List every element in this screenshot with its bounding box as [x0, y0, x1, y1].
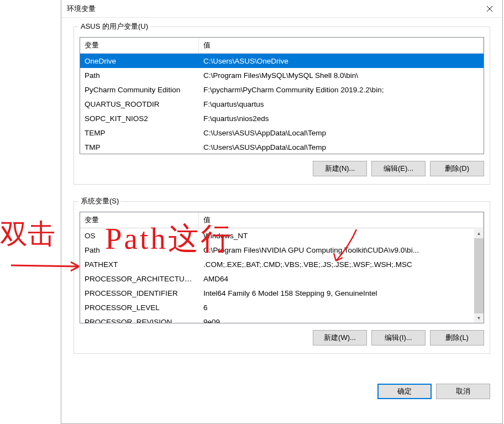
dialog-body: ASUS 的用户变量(U) 变量 值 OneDriveC:\Users\ASUS… — [61, 18, 502, 381]
system-vars-group: 系统变量(S) 变量 值 OSWindows_NTPathC:\Program … — [74, 201, 490, 354]
table-row[interactable]: PathC:\Program Files\NVIDIA GPU Computin… — [80, 243, 484, 257]
table-row[interactable]: PATHEXT.COM;.EXE;.BAT;.CMD;.VBS;.VBE;.JS… — [80, 257, 484, 271]
cancel-button[interactable]: 取消 — [436, 384, 490, 399]
cell-value: C:\Users\ASUS\AppData\Local\Temp — [199, 127, 484, 139]
table-row[interactable]: QUARTUS_ROOTDIRF:\quartus\quartus — [80, 97, 484, 111]
cell-value: F:\quartus\quartus — [199, 98, 484, 110]
system-vars-group-label: 系统变量(S) — [78, 196, 121, 206]
table-row[interactable]: PathC:\Program Files\MySQL\MySQL Shell 8… — [80, 68, 484, 82]
titlebar: 环境变量 — [61, 0, 502, 18]
cell-variable: OS — [80, 230, 199, 242]
table-row[interactable]: SOPC_KIT_NIOS2F:\quartus\nios2eds — [80, 111, 484, 125]
cell-variable: PyCharm Community Edition — [80, 84, 199, 96]
cell-value: 6 — [199, 302, 484, 313]
user-vars-table[interactable]: 变量 值 OneDriveC:\Users\ASUS\OneDrivePathC… — [80, 37, 484, 154]
cell-value: .COM;.EXE;.BAT;.CMD;.VBS;.VBE;.JS;.JSE;.… — [199, 259, 484, 270]
table-row[interactable]: PROCESSOR_IDENTIFIERIntel64 Family 6 Mod… — [80, 286, 484, 300]
env-vars-dialog: 环境变量 ASUS 的用户变量(U) 变量 值 OneDriveC:\Users… — [61, 0, 503, 424]
cell-value: F:\quartus\nios2eds — [199, 113, 484, 124]
cell-value: F:\pycharm\PyCharm Community Edition 201… — [199, 84, 484, 96]
user-vars-buttons: 新建(N)... 编辑(E)... 删除(D) — [80, 161, 484, 176]
cell-variable: OneDrive — [80, 55, 199, 67]
system-vars-header: 变量 值 — [80, 212, 484, 228]
table-row[interactable]: TMPC:\Users\ASUS\AppData\Local\Temp — [80, 140, 484, 154]
cell-variable: PROCESSOR_LEVEL — [80, 302, 199, 313]
table-row[interactable]: PROCESSOR_REVISION9e09 — [80, 315, 484, 323]
system-vars-table[interactable]: 变量 值 OSWindows_NTPathC:\Program Files\NV… — [80, 212, 484, 323]
user-vars-header: 变量 值 — [80, 38, 484, 54]
cell-value: C:\Users\ASUS\AppData\Local\Temp — [199, 142, 484, 153]
col-header-variable[interactable]: 变量 — [80, 212, 199, 228]
cell-variable: Path — [80, 244, 199, 256]
user-vars-rows: OneDriveC:\Users\ASUS\OneDrivePathC:\Pro… — [80, 54, 484, 154]
cell-value: AMD64 — [199, 273, 484, 285]
system-edit-button[interactable]: 编辑(I)... — [371, 330, 426, 346]
annotation-text-shuangji: 双击 — [0, 216, 55, 253]
table-row[interactable]: OneDriveC:\Users\ASUS\OneDrive — [80, 54, 484, 68]
ok-button[interactable]: 确定 — [377, 384, 432, 399]
scroll-thumb[interactable] — [474, 238, 484, 313]
close-icon — [487, 6, 492, 12]
cell-value: Intel64 Family 6 Model 158 Stepping 9, G… — [199, 287, 484, 299]
col-header-value[interactable]: 值 — [199, 38, 484, 53]
user-vars-group-label: ASUS 的用户变量(U) — [78, 22, 150, 32]
system-vars-rows: OSWindows_NTPathC:\Program Files\NVIDIA … — [80, 228, 484, 323]
system-delete-button[interactable]: 删除(L) — [430, 330, 484, 346]
cell-variable: TMP — [80, 142, 199, 153]
user-edit-button[interactable]: 编辑(E)... — [371, 161, 426, 176]
cell-value: Windows_NT — [199, 230, 484, 242]
system-scrollbar[interactable]: ▲ ▼ — [474, 229, 484, 323]
col-header-value[interactable]: 值 — [199, 212, 484, 228]
system-new-button[interactable]: 新建(W)... — [313, 330, 367, 346]
titlebar-title: 环境变量 — [67, 4, 96, 14]
table-row[interactable]: PROCESSOR_LEVEL6 — [80, 300, 484, 315]
cell-variable: TEMP — [80, 127, 199, 139]
cell-value: 9e09 — [199, 316, 484, 324]
user-new-button[interactable]: 新建(N)... — [313, 161, 367, 176]
cell-variable: SOPC_KIT_NIOS2 — [80, 113, 199, 124]
cell-variable: QUARTUS_ROOTDIR — [80, 98, 199, 110]
cell-value: C:\Program Files\MySQL\MySQL Shell 8.0\b… — [199, 70, 484, 81]
cell-value: C:\Users\ASUS\OneDrive — [199, 55, 484, 67]
table-row[interactable]: TEMPC:\Users\ASUS\AppData\Local\Temp — [80, 125, 484, 140]
cell-variable: PROCESSOR_IDENTIFIER — [80, 287, 199, 299]
cell-variable: PROCESSOR_REVISION — [80, 316, 199, 324]
table-row[interactable]: OSWindows_NT — [80, 228, 484, 243]
user-vars-group: ASUS 的用户变量(U) 变量 值 OneDriveC:\Users\ASUS… — [74, 27, 490, 185]
cell-value: C:\Program Files\NVIDIA GPU Computing To… — [199, 244, 484, 256]
col-header-variable[interactable]: 变量 — [80, 38, 199, 53]
system-vars-buttons: 新建(W)... 编辑(I)... 删除(L) — [80, 330, 484, 346]
table-row[interactable]: PROCESSOR_ARCHITECTUREAMD64 — [80, 271, 484, 286]
table-row[interactable]: PyCharm Community EditionF:\pycharm\PyCh… — [80, 82, 484, 97]
user-delete-button[interactable]: 删除(D) — [430, 161, 484, 176]
cell-variable: PATHEXT — [80, 259, 199, 270]
close-button[interactable] — [477, 0, 502, 18]
scroll-up-icon[interactable]: ▲ — [474, 229, 484, 238]
cell-variable: PROCESSOR_ARCHITECTURE — [80, 273, 199, 285]
cell-variable: Path — [80, 70, 199, 81]
dialog-footer: 确定 取消 — [61, 381, 502, 409]
scroll-down-icon[interactable]: ▼ — [474, 313, 484, 323]
